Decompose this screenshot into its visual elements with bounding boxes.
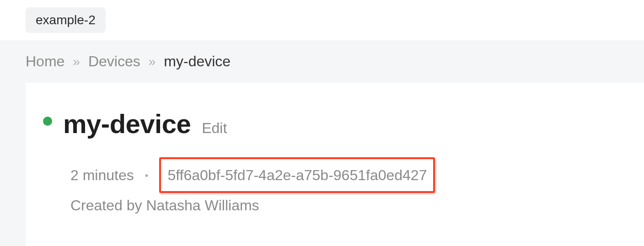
chevron-right-icon: »: [149, 54, 156, 69]
meta-row-primary: 2 minutes • 5ff6a0bf-5fd7-4a2e-a75b-9651…: [70, 157, 644, 193]
device-meta: 2 minutes • 5ff6a0bf-5fd7-4a2e-a75b-9651…: [70, 157, 644, 218]
device-card: my-device Edit 2 minutes • 5ff6a0bf-5fd7…: [26, 83, 644, 246]
device-uuid[interactable]: 5ff6a0bf-5fd7-4a2e-a75b-9651fa0ed427: [159, 157, 435, 193]
device-title: my-device: [63, 108, 191, 139]
content-area: my-device Edit 2 minutes • 5ff6a0bf-5fd7…: [0, 83, 644, 246]
breadcrumb-current: my-device: [164, 53, 231, 70]
breadcrumb-home[interactable]: Home: [26, 53, 64, 70]
title-row: my-device Edit: [43, 108, 644, 139]
separator-dot-icon: •: [145, 167, 149, 184]
breadcrumb: Home » Devices » my-device: [0, 40, 644, 83]
project-chip[interactable]: example-2: [26, 7, 106, 33]
edit-button[interactable]: Edit: [202, 120, 227, 137]
device-age: 2 minutes: [70, 163, 134, 187]
top-bar: example-2: [0, 0, 644, 40]
chevron-right-icon: »: [73, 54, 80, 69]
created-by-line: Created by Natasha Williams: [70, 193, 644, 218]
breadcrumb-devices[interactable]: Devices: [88, 53, 140, 70]
status-indicator-icon: [43, 117, 52, 126]
